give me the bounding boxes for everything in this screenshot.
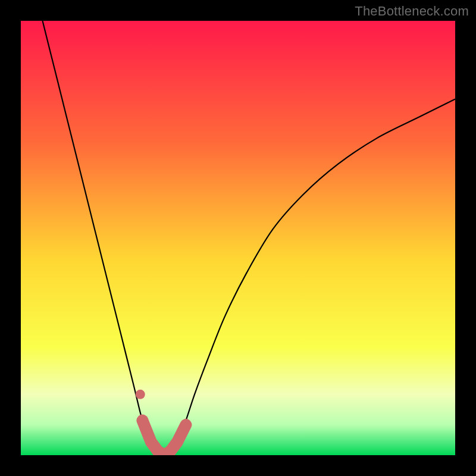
outer-frame: TheBottleneck.com	[0, 0, 476, 476]
gradient-background	[21, 21, 455, 455]
plot-area	[21, 21, 455, 455]
outlier-dot	[136, 390, 145, 399]
chart-svg	[21, 21, 455, 455]
watermark-text: TheBottleneck.com	[355, 4, 469, 19]
